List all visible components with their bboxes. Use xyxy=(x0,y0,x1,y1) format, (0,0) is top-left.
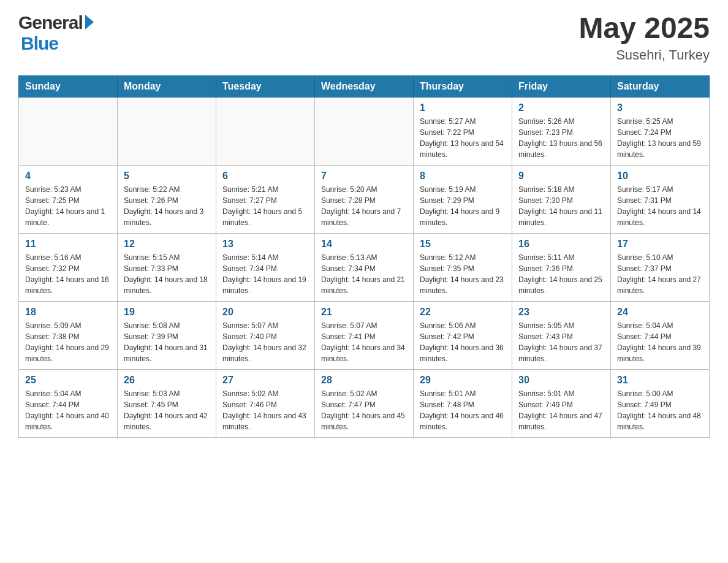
table-row: 4Sunrise: 5:23 AM Sunset: 7:25 PM Daylig… xyxy=(19,165,118,233)
page-header: General Blue May 2025 Susehri, Turkey xyxy=(18,12,710,63)
col-tuesday: Tuesday xyxy=(216,75,315,97)
day-number: 29 xyxy=(420,375,506,386)
day-info: Sunrise: 5:05 AM Sunset: 7:43 PM Dayligh… xyxy=(518,320,604,364)
logo: General Blue xyxy=(18,12,94,54)
day-number: 20 xyxy=(222,307,308,318)
day-info: Sunrise: 5:01 AM Sunset: 7:49 PM Dayligh… xyxy=(518,388,604,432)
day-number: 9 xyxy=(518,170,604,182)
day-info: Sunrise: 5:23 AM Sunset: 7:25 PM Dayligh… xyxy=(25,184,111,228)
day-info: Sunrise: 5:06 AM Sunset: 7:42 PM Dayligh… xyxy=(420,320,506,364)
day-info: Sunrise: 5:09 AM Sunset: 7:38 PM Dayligh… xyxy=(25,320,111,364)
logo-general-text: General xyxy=(18,12,83,33)
day-number: 10 xyxy=(617,170,703,182)
table-row: 21Sunrise: 5:07 AM Sunset: 7:41 PM Dayli… xyxy=(315,301,414,369)
day-info: Sunrise: 5:01 AM Sunset: 7:48 PM Dayligh… xyxy=(420,388,506,432)
day-info: Sunrise: 5:15 AM Sunset: 7:33 PM Dayligh… xyxy=(124,252,210,296)
col-friday: Friday xyxy=(512,75,611,97)
day-number: 22 xyxy=(420,307,506,318)
table-row: 3Sunrise: 5:25 AM Sunset: 7:24 PM Daylig… xyxy=(611,97,710,165)
month-year-title: May 2025 xyxy=(579,12,710,45)
table-row: 16Sunrise: 5:11 AM Sunset: 7:36 PM Dayli… xyxy=(512,233,611,301)
table-row: 12Sunrise: 5:15 AM Sunset: 7:33 PM Dayli… xyxy=(118,233,216,301)
day-number: 18 xyxy=(25,307,111,318)
table-row xyxy=(315,97,414,165)
table-row: 13Sunrise: 5:14 AM Sunset: 7:34 PM Dayli… xyxy=(216,233,315,301)
day-number: 30 xyxy=(518,375,604,386)
day-number: 5 xyxy=(124,170,210,182)
table-row: 2Sunrise: 5:26 AM Sunset: 7:23 PM Daylig… xyxy=(512,97,611,165)
day-number: 13 xyxy=(222,239,308,250)
day-info: Sunrise: 5:26 AM Sunset: 7:23 PM Dayligh… xyxy=(518,116,604,160)
table-row: 11Sunrise: 5:16 AM Sunset: 7:32 PM Dayli… xyxy=(19,233,118,301)
table-row: 25Sunrise: 5:04 AM Sunset: 7:44 PM Dayli… xyxy=(19,369,118,437)
calendar-week-row: 1Sunrise: 5:27 AM Sunset: 7:22 PM Daylig… xyxy=(19,97,710,165)
table-row: 27Sunrise: 5:02 AM Sunset: 7:46 PM Dayli… xyxy=(216,369,315,437)
table-row: 28Sunrise: 5:02 AM Sunset: 7:47 PM Dayli… xyxy=(315,369,414,437)
day-info: Sunrise: 5:17 AM Sunset: 7:31 PM Dayligh… xyxy=(617,184,703,228)
day-number: 27 xyxy=(222,375,308,386)
logo-triangle-icon xyxy=(85,15,94,29)
calendar-week-row: 11Sunrise: 5:16 AM Sunset: 7:32 PM Dayli… xyxy=(19,233,710,301)
col-saturday: Saturday xyxy=(611,75,710,97)
day-info: Sunrise: 5:04 AM Sunset: 7:44 PM Dayligh… xyxy=(25,388,111,432)
location-subtitle: Susehri, Turkey xyxy=(579,47,710,63)
table-row: 17Sunrise: 5:10 AM Sunset: 7:37 PM Dayli… xyxy=(611,233,710,301)
day-info: Sunrise: 5:04 AM Sunset: 7:44 PM Dayligh… xyxy=(617,320,703,364)
table-row xyxy=(19,97,118,165)
day-info: Sunrise: 5:19 AM Sunset: 7:29 PM Dayligh… xyxy=(420,184,506,228)
table-row: 5Sunrise: 5:22 AM Sunset: 7:26 PM Daylig… xyxy=(118,165,216,233)
day-number: 26 xyxy=(124,375,210,386)
table-row xyxy=(118,97,216,165)
day-number: 28 xyxy=(321,375,407,386)
table-row: 29Sunrise: 5:01 AM Sunset: 7:48 PM Dayli… xyxy=(414,369,512,437)
day-number: 7 xyxy=(321,170,407,182)
day-info: Sunrise: 5:02 AM Sunset: 7:46 PM Dayligh… xyxy=(222,388,308,432)
day-info: Sunrise: 5:14 AM Sunset: 7:34 PM Dayligh… xyxy=(222,252,308,296)
day-info: Sunrise: 5:08 AM Sunset: 7:39 PM Dayligh… xyxy=(124,320,210,364)
col-monday: Monday xyxy=(118,75,216,97)
col-sunday: Sunday xyxy=(19,75,118,97)
calendar-table: Sunday Monday Tuesday Wednesday Thursday… xyxy=(18,75,710,438)
table-row: 8Sunrise: 5:19 AM Sunset: 7:29 PM Daylig… xyxy=(414,165,512,233)
day-info: Sunrise: 5:27 AM Sunset: 7:22 PM Dayligh… xyxy=(420,116,506,160)
day-info: Sunrise: 5:02 AM Sunset: 7:47 PM Dayligh… xyxy=(321,388,407,432)
day-number: 16 xyxy=(518,239,604,250)
day-number: 2 xyxy=(518,102,604,113)
day-info: Sunrise: 5:03 AM Sunset: 7:45 PM Dayligh… xyxy=(124,388,210,432)
table-row: 6Sunrise: 5:21 AM Sunset: 7:27 PM Daylig… xyxy=(216,165,315,233)
table-row: 15Sunrise: 5:12 AM Sunset: 7:35 PM Dayli… xyxy=(414,233,512,301)
table-row: 22Sunrise: 5:06 AM Sunset: 7:42 PM Dayli… xyxy=(414,301,512,369)
table-row: 23Sunrise: 5:05 AM Sunset: 7:43 PM Dayli… xyxy=(512,301,611,369)
table-row: 7Sunrise: 5:20 AM Sunset: 7:28 PM Daylig… xyxy=(315,165,414,233)
day-number: 3 xyxy=(617,102,703,113)
day-info: Sunrise: 5:25 AM Sunset: 7:24 PM Dayligh… xyxy=(617,116,703,160)
day-info: Sunrise: 5:00 AM Sunset: 7:49 PM Dayligh… xyxy=(617,388,703,432)
table-row: 10Sunrise: 5:17 AM Sunset: 7:31 PM Dayli… xyxy=(611,165,710,233)
day-info: Sunrise: 5:10 AM Sunset: 7:37 PM Dayligh… xyxy=(617,252,703,296)
day-number: 12 xyxy=(124,239,210,250)
logo-line1: General xyxy=(18,12,94,33)
day-info: Sunrise: 5:13 AM Sunset: 7:34 PM Dayligh… xyxy=(321,252,407,296)
day-number: 21 xyxy=(321,307,407,318)
logo-line2: Blue xyxy=(18,33,58,54)
day-info: Sunrise: 5:22 AM Sunset: 7:26 PM Dayligh… xyxy=(124,184,210,228)
table-row xyxy=(216,97,315,165)
day-info: Sunrise: 5:20 AM Sunset: 7:28 PM Dayligh… xyxy=(321,184,407,228)
day-number: 17 xyxy=(617,239,703,250)
table-row: 30Sunrise: 5:01 AM Sunset: 7:49 PM Dayli… xyxy=(512,369,611,437)
day-info: Sunrise: 5:11 AM Sunset: 7:36 PM Dayligh… xyxy=(518,252,604,296)
day-info: Sunrise: 5:18 AM Sunset: 7:30 PM Dayligh… xyxy=(518,184,604,228)
day-number: 11 xyxy=(25,239,111,250)
table-row: 1Sunrise: 5:27 AM Sunset: 7:22 PM Daylig… xyxy=(414,97,512,165)
calendar-header-row: Sunday Monday Tuesday Wednesday Thursday… xyxy=(19,75,710,97)
table-row: 19Sunrise: 5:08 AM Sunset: 7:39 PM Dayli… xyxy=(118,301,216,369)
day-info: Sunrise: 5:12 AM Sunset: 7:35 PM Dayligh… xyxy=(420,252,506,296)
day-number: 24 xyxy=(617,307,703,318)
table-row: 18Sunrise: 5:09 AM Sunset: 7:38 PM Dayli… xyxy=(19,301,118,369)
table-row: 24Sunrise: 5:04 AM Sunset: 7:44 PM Dayli… xyxy=(611,301,710,369)
day-number: 6 xyxy=(222,170,308,182)
logo-blue-text: Blue xyxy=(21,33,58,54)
day-number: 31 xyxy=(617,375,703,386)
day-number: 25 xyxy=(25,375,111,386)
calendar-week-row: 4Sunrise: 5:23 AM Sunset: 7:25 PM Daylig… xyxy=(19,165,710,233)
